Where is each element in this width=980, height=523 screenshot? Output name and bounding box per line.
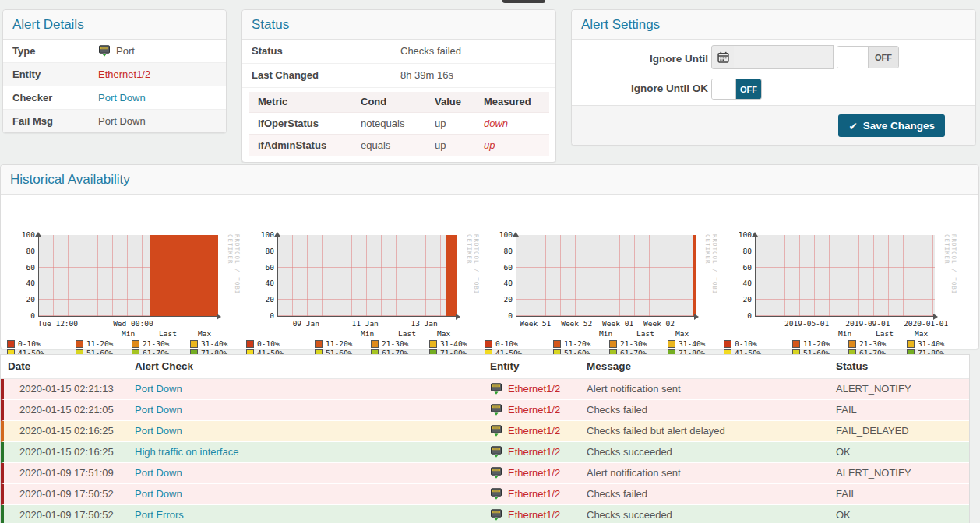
legend-stat-min: Min	[599, 329, 612, 338]
checker-label: Checker	[12, 86, 52, 109]
metric-row-ifoperstatus: ifOperStatus notequals up down	[249, 112, 549, 134]
y-axis-tick-label: 0	[485, 312, 513, 320]
alert-check-link[interactable]: Port Down	[135, 484, 182, 504]
y-axis-tick-label: 100	[7, 231, 35, 239]
last-changed-label: Last Changed	[252, 64, 319, 87]
entity-link[interactable]: Ethernet1/2	[508, 425, 560, 437]
legend-color-swatch	[848, 340, 856, 348]
alert-settings-panel: Alert Settings Ignore Until OFF Ignore U…	[571, 9, 976, 146]
type-text: Port	[116, 45, 135, 57]
last-changed-value: 8h 39m 16s	[400, 64, 453, 87]
value-col-header: Value	[435, 92, 461, 112]
history-row: 2020-01-15 02:21:13Port DownEthernet1/2A…	[1, 379, 969, 400]
entity-cell: Ethernet1/2	[490, 484, 560, 504]
event-status: FAIL	[836, 484, 857, 504]
status-column-header: Status	[836, 355, 868, 378]
calendar-button[interactable]	[711, 45, 735, 69]
measured-col-header: Measured	[484, 92, 531, 112]
check-icon: ✔	[848, 120, 857, 132]
ignore-until-ok-toggle[interactable]: OFF	[711, 79, 762, 100]
legend-item: 21-30%	[609, 339, 647, 348]
entity-link[interactable]: Ethernet1/2	[508, 446, 560, 458]
historical-availability-panel: Historical Availability 020406080100Tue …	[0, 164, 979, 349]
rrdtool-watermark: RRDTOOL / TOBI OETIKER	[227, 234, 241, 318]
entity-cell: Ethernet1/2	[490, 400, 560, 420]
y-axis-tick-label: 0	[724, 312, 752, 320]
settings-footer: ✔ Save Changes	[572, 105, 975, 145]
alert-check-link[interactable]: Port Errors	[135, 505, 184, 523]
entity-link[interactable]: Ethernet1/2	[508, 509, 560, 521]
entity-link[interactable]: Ethernet1/2	[508, 467, 560, 479]
y-axis-tick-label: 0	[7, 312, 35, 320]
legend-color-swatch	[553, 340, 561, 348]
graph-plot-area	[755, 235, 935, 317]
save-changes-button[interactable]: ✔ Save Changes	[838, 114, 945, 137]
legend-label: 0-10%	[495, 339, 518, 348]
port-icon	[490, 404, 502, 416]
legend-item: 21-30%	[132, 339, 169, 348]
entity-cell: Ethernet1/2	[490, 442, 560, 462]
alert-check-link[interactable]: Port Down	[135, 463, 182, 483]
detail-row-failmsg: Fail Msg Port Down	[3, 109, 226, 132]
legend-color-swatch	[7, 340, 15, 348]
legend-color-swatch	[429, 340, 437, 348]
legend-color-swatch	[907, 340, 915, 348]
event-message: Checks succeeded	[587, 442, 672, 462]
legend-label: 0-10%	[735, 339, 757, 348]
alert-check-link[interactable]: Port Down	[135, 421, 182, 441]
legend-label: 21-30%	[859, 339, 886, 348]
calendar-icon	[717, 51, 729, 63]
cond-col-header: Cond	[361, 92, 386, 112]
legend-color-swatch	[76, 340, 83, 348]
event-status: ALERT_NOTIFY	[836, 379, 911, 399]
history-row: 2020-01-09 17:50:52Port ErrorsEthernet1/…	[1, 505, 969, 523]
legend-stat-last: Last	[398, 329, 416, 338]
legend-row: 0-10%11-20%21-30%31-40%	[724, 339, 957, 349]
y-axis-tick-label: 20	[7, 296, 35, 304]
x-axis-tick-label: Week 01	[602, 319, 633, 328]
metric-measured: up	[484, 135, 495, 156]
graph-plot-area	[38, 235, 218, 317]
alert-check-link[interactable]: Port Down	[135, 400, 182, 420]
alert-check-link[interactable]: Port Down	[135, 379, 182, 399]
entity-label: Entity	[12, 63, 41, 86]
legend-item: 11-20%	[553, 339, 590, 348]
event-date: 2020-01-15 02:16:25	[19, 442, 114, 462]
event-date: 2020-01-15 02:21:13	[19, 379, 114, 399]
ignore-until-toggle[interactable]: OFF	[837, 46, 899, 68]
legend-stat-min: Min	[361, 329, 374, 338]
x-axis-tick-label: 11 Jan	[352, 319, 379, 328]
legend-color-swatch	[724, 340, 731, 348]
message-column-header: Message	[587, 355, 631, 378]
alert-check-link[interactable]: High traffic on interface	[135, 442, 238, 462]
legend-color-swatch	[246, 340, 254, 348]
entity-cell: Ethernet1/2	[490, 379, 560, 399]
event-message: Checks failed	[587, 400, 647, 420]
entity-link[interactable]: Ethernet1/2	[508, 488, 560, 500]
x-axis-tick-label: Week 02	[643, 319, 675, 328]
status-value: Checks failed	[400, 40, 461, 63]
legend-color-swatch	[190, 340, 198, 348]
failmsg-value: Port Down	[98, 110, 146, 132]
entity-link[interactable]: Ethernet1/2	[508, 383, 560, 395]
rrdtool-watermark: RRDTOOL / TOBI OETIKER	[943, 234, 957, 318]
y-axis-tick-label: 60	[7, 264, 35, 272]
rrdtool-watermark: RRDTOOL / TOBI OETIKER	[704, 234, 718, 318]
entity-column-header: Entity	[490, 355, 520, 378]
legend-row: 0-10%11-20%21-30%31-40%	[7, 339, 241, 349]
entity-cell: Ethernet1/2	[490, 421, 560, 441]
toggle-off-label: OFF	[736, 79, 761, 99]
legend-stat-min: Min	[838, 329, 851, 338]
checker-link[interactable]: Port Down	[98, 86, 146, 109]
x-axis-tick-label: 2020-01-01	[904, 319, 948, 328]
event-message: Alert notification sent	[587, 463, 681, 483]
legend-stats-header: MinLastMax	[7, 329, 241, 339]
legend-row: 0-10%11-20%21-30%31-40%	[246, 339, 480, 349]
legend-label: 11-20%	[86, 339, 113, 348]
entity-link[interactable]: Ethernet1/2	[508, 404, 560, 416]
ignore-until-input[interactable]	[734, 45, 834, 69]
entity-link[interactable]: Ethernet1/2	[98, 63, 150, 86]
legend-item: 11-20%	[792, 339, 830, 348]
legend-color-swatch	[485, 340, 492, 348]
event-date: 2020-01-09 17:51:09	[19, 463, 114, 483]
